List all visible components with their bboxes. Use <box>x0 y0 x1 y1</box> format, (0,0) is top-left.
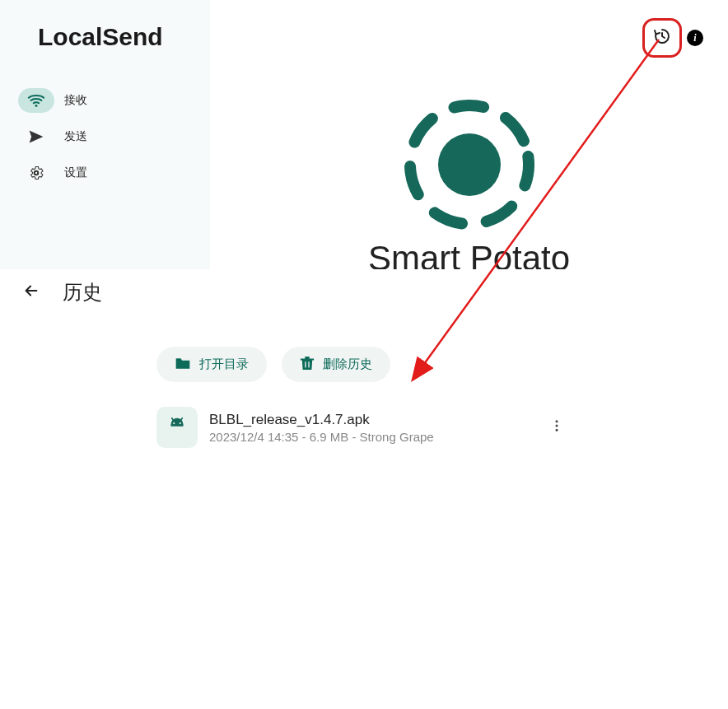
history-button[interactable] <box>642 18 682 58</box>
history-panel: 历史 打开目录 删除历史 <box>0 269 728 709</box>
app-title: LocalSend <box>0 23 210 51</box>
file-name: BLBL_release_v1.4.7.apk <box>209 412 542 428</box>
svg-point-10 <box>556 425 558 427</box>
trash-icon <box>300 355 315 374</box>
sidebar-item-label: 接收 <box>64 93 87 108</box>
sidebar-item-settings[interactable]: 设置 <box>0 155 210 191</box>
sidebar: LocalSend 接收 发送 设置 <box>0 0 210 269</box>
history-header: 历史 <box>0 269 728 315</box>
svg-point-5 <box>173 422 175 424</box>
folder-icon <box>175 356 191 373</box>
top-toolbar: i <box>642 18 703 58</box>
gear-icon <box>18 161 54 185</box>
svg-point-2 <box>438 133 501 196</box>
sidebar-item-receive[interactable]: 接收 <box>0 82 210 119</box>
action-buttons: 打开目录 删除历史 <box>0 347 728 382</box>
delete-history-button[interactable]: 删除历史 <box>282 347 390 382</box>
arrow-left-icon <box>22 282 40 303</box>
wifi-icon <box>18 88 54 113</box>
info-button[interactable]: i <box>687 30 703 46</box>
svg-point-11 <box>556 429 558 431</box>
history-item[interactable]: BLBL_release_v1.4.7.apk 2023/12/4 14:35 … <box>0 407 728 448</box>
open-folder-label: 打开目录 <box>199 357 249 372</box>
sidebar-item-label: 设置 <box>64 166 87 180</box>
open-folder-button[interactable]: 打开目录 <box>156 347 267 382</box>
svg-rect-3 <box>305 361 306 367</box>
main-area: i Smart Potato <box>210 0 728 269</box>
more-button[interactable] <box>542 413 572 442</box>
sidebar-item-send[interactable]: 发送 <box>0 119 210 155</box>
delete-history-label: 删除历史 <box>323 357 372 372</box>
svg-point-6 <box>180 422 181 424</box>
android-icon <box>156 407 198 448</box>
svg-line-8 <box>180 418 182 421</box>
send-icon <box>18 124 54 149</box>
svg-point-0 <box>35 105 38 107</box>
history-title: 历史 <box>63 279 102 306</box>
svg-point-9 <box>556 420 558 422</box>
svg-line-7 <box>172 418 174 421</box>
radar-icon <box>404 99 535 234</box>
file-meta: 2023/12/4 14:35 - 6.9 MB - Strong Grape <box>209 430 542 444</box>
sidebar-item-label: 发送 <box>64 129 87 144</box>
svg-rect-4 <box>308 361 309 367</box>
back-button[interactable] <box>15 276 48 309</box>
more-vert-icon <box>549 418 564 436</box>
history-icon <box>652 26 672 49</box>
file-info: BLBL_release_v1.4.7.apk 2023/12/4 14:35 … <box>209 412 542 444</box>
